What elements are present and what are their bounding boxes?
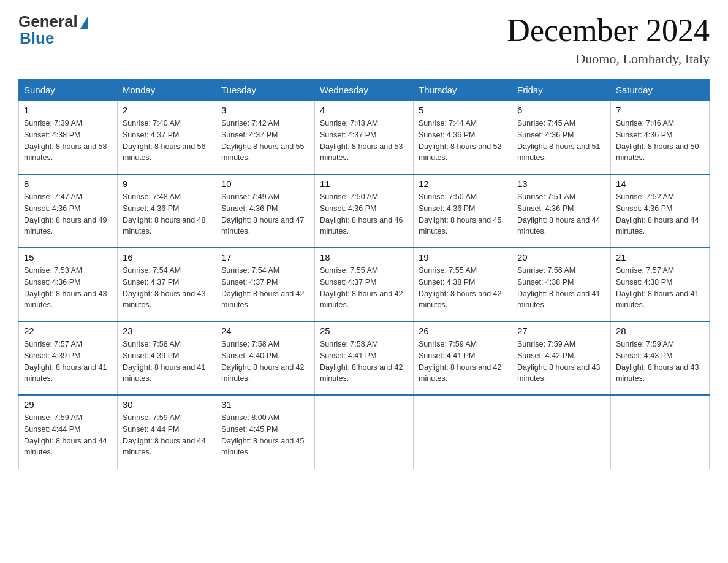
day-info: Sunrise: 7:56 AM Sunset: 4:38 PM Dayligh… — [517, 265, 605, 311]
calendar-cell: 24 Sunrise: 7:58 AM Sunset: 4:40 PM Dayl… — [216, 321, 315, 395]
calendar-header-row: SundayMondayTuesdayWednesdayThursdayFrid… — [19, 80, 710, 101]
day-number: 15 — [24, 252, 112, 262]
calendar-cell: 6 Sunrise: 7:45 AM Sunset: 4:36 PM Dayli… — [512, 101, 611, 174]
day-number: 10 — [221, 178, 309, 189]
day-number: 2 — [123, 105, 211, 115]
calendar-cell: 20 Sunrise: 7:56 AM Sunset: 4:38 PM Dayl… — [512, 248, 611, 321]
calendar-cell: 15 Sunrise: 7:53 AM Sunset: 4:36 PM Dayl… — [19, 248, 118, 321]
page-header: General Blue December 2024 Duomo, Lombar… — [18, 12, 710, 67]
day-number: 25 — [320, 326, 408, 336]
day-number: 30 — [123, 399, 211, 410]
day-number: 31 — [221, 399, 309, 410]
day-info: Sunrise: 7:44 AM Sunset: 4:36 PM Dayligh… — [419, 118, 507, 164]
logo-blue-text: Blue — [20, 29, 54, 48]
day-number: 19 — [419, 252, 507, 262]
day-number: 22 — [24, 326, 112, 336]
day-info: Sunrise: 7:54 AM Sunset: 4:37 PM Dayligh… — [221, 265, 309, 311]
calendar-cell: 5 Sunrise: 7:44 AM Sunset: 4:36 PM Dayli… — [414, 101, 512, 174]
month-title: December 2024 — [507, 12, 710, 48]
day-info: Sunrise: 7:50 AM Sunset: 4:36 PM Dayligh… — [419, 191, 507, 237]
calendar-cell: 28 Sunrise: 7:59 AM Sunset: 4:43 PM Dayl… — [611, 321, 710, 395]
day-number: 7 — [616, 105, 704, 115]
calendar-cell: 12 Sunrise: 7:50 AM Sunset: 4:36 PM Dayl… — [414, 174, 512, 248]
day-info: Sunrise: 7:39 AM Sunset: 4:38 PM Dayligh… — [24, 118, 112, 164]
day-info: Sunrise: 7:58 AM Sunset: 4:41 PM Dayligh… — [320, 339, 408, 385]
day-info: Sunrise: 7:57 AM Sunset: 4:38 PM Dayligh… — [616, 265, 704, 311]
day-number: 5 — [419, 105, 507, 115]
day-number: 17 — [221, 252, 309, 262]
calendar-cell: 7 Sunrise: 7:46 AM Sunset: 4:36 PM Dayli… — [611, 101, 710, 174]
calendar-week-row: 22 Sunrise: 7:57 AM Sunset: 4:39 PM Dayl… — [19, 321, 710, 395]
day-info: Sunrise: 7:40 AM Sunset: 4:37 PM Dayligh… — [123, 118, 211, 164]
weekday-header-thursday: Thursday — [414, 80, 512, 101]
calendar-cell: 2 Sunrise: 7:40 AM Sunset: 4:37 PM Dayli… — [118, 101, 216, 174]
weekday-header-monday: Monday — [118, 80, 216, 101]
calendar-cell — [611, 395, 710, 469]
day-number: 28 — [616, 326, 704, 336]
day-info: Sunrise: 7:55 AM Sunset: 4:37 PM Dayligh… — [320, 265, 408, 311]
calendar-cell: 8 Sunrise: 7:47 AM Sunset: 4:36 PM Dayli… — [19, 174, 118, 248]
calendar-cell: 23 Sunrise: 7:58 AM Sunset: 4:39 PM Dayl… — [118, 321, 216, 395]
title-area: December 2024 Duomo, Lombardy, Italy — [507, 12, 710, 67]
calendar-cell: 11 Sunrise: 7:50 AM Sunset: 4:36 PM Dayl… — [315, 174, 414, 248]
calendar-cell: 17 Sunrise: 7:54 AM Sunset: 4:37 PM Dayl… — [216, 248, 315, 321]
calendar-cell: 3 Sunrise: 7:42 AM Sunset: 4:37 PM Dayli… — [216, 101, 315, 174]
day-number: 6 — [517, 105, 605, 115]
day-info: Sunrise: 7:53 AM Sunset: 4:36 PM Dayligh… — [24, 265, 112, 311]
day-info: Sunrise: 7:42 AM Sunset: 4:37 PM Dayligh… — [221, 118, 309, 164]
day-info: Sunrise: 7:59 AM Sunset: 4:42 PM Dayligh… — [517, 339, 605, 385]
day-info: Sunrise: 7:58 AM Sunset: 4:40 PM Dayligh… — [221, 339, 309, 385]
calendar-week-row: 1 Sunrise: 7:39 AM Sunset: 4:38 PM Dayli… — [19, 101, 710, 174]
calendar-cell: 19 Sunrise: 7:55 AM Sunset: 4:38 PM Dayl… — [414, 248, 512, 321]
day-info: Sunrise: 7:59 AM Sunset: 4:44 PM Dayligh… — [123, 412, 211, 458]
logo-triangle-icon — [80, 16, 88, 29]
day-number: 21 — [616, 252, 704, 262]
calendar-cell: 4 Sunrise: 7:43 AM Sunset: 4:37 PM Dayli… — [315, 101, 414, 174]
day-info: Sunrise: 7:49 AM Sunset: 4:36 PM Dayligh… — [221, 191, 309, 237]
weekday-header-tuesday: Tuesday — [216, 80, 315, 101]
day-number: 26 — [419, 326, 507, 336]
calendar-cell: 26 Sunrise: 7:59 AM Sunset: 4:41 PM Dayl… — [414, 321, 512, 395]
calendar-cell: 10 Sunrise: 7:49 AM Sunset: 4:36 PM Dayl… — [216, 174, 315, 248]
day-info: Sunrise: 7:51 AM Sunset: 4:36 PM Dayligh… — [517, 191, 605, 237]
calendar-cell: 22 Sunrise: 7:57 AM Sunset: 4:39 PM Dayl… — [19, 321, 118, 395]
day-info: Sunrise: 7:59 AM Sunset: 4:41 PM Dayligh… — [419, 339, 507, 385]
calendar-cell — [315, 395, 414, 469]
day-number: 3 — [221, 105, 309, 115]
weekday-header-friday: Friday — [512, 80, 611, 101]
day-info: Sunrise: 7:45 AM Sunset: 4:36 PM Dayligh… — [517, 118, 605, 164]
calendar-cell: 25 Sunrise: 7:58 AM Sunset: 4:41 PM Dayl… — [315, 321, 414, 395]
calendar-cell: 1 Sunrise: 7:39 AM Sunset: 4:38 PM Dayli… — [19, 101, 118, 174]
day-number: 13 — [517, 178, 605, 189]
calendar-cell: 14 Sunrise: 7:52 AM Sunset: 4:36 PM Dayl… — [611, 174, 710, 248]
calendar-cell: 31 Sunrise: 8:00 AM Sunset: 4:45 PM Dayl… — [216, 395, 315, 469]
day-number: 20 — [517, 252, 605, 262]
calendar-week-row: 8 Sunrise: 7:47 AM Sunset: 4:36 PM Dayli… — [19, 174, 710, 248]
day-number: 4 — [320, 105, 408, 115]
day-number: 16 — [123, 252, 211, 262]
day-info: Sunrise: 7:48 AM Sunset: 4:36 PM Dayligh… — [123, 191, 211, 237]
calendar-week-row: 29 Sunrise: 7:59 AM Sunset: 4:44 PM Dayl… — [19, 395, 710, 469]
weekday-header-saturday: Saturday — [611, 80, 710, 101]
day-number: 24 — [221, 326, 309, 336]
calendar-cell: 27 Sunrise: 7:59 AM Sunset: 4:42 PM Dayl… — [512, 321, 611, 395]
day-number: 18 — [320, 252, 408, 262]
calendar-week-row: 15 Sunrise: 7:53 AM Sunset: 4:36 PM Dayl… — [19, 248, 710, 321]
calendar-table: SundayMondayTuesdayWednesdayThursdayFrid… — [18, 79, 710, 469]
day-info: Sunrise: 7:58 AM Sunset: 4:39 PM Dayligh… — [123, 339, 211, 385]
day-info: Sunrise: 7:43 AM Sunset: 4:37 PM Dayligh… — [320, 118, 408, 164]
day-info: Sunrise: 7:46 AM Sunset: 4:36 PM Dayligh… — [616, 118, 704, 164]
weekday-header-sunday: Sunday — [19, 80, 118, 101]
calendar-cell: 21 Sunrise: 7:57 AM Sunset: 4:38 PM Dayl… — [611, 248, 710, 321]
day-number: 23 — [123, 326, 211, 336]
day-number: 11 — [320, 178, 408, 189]
calendar-cell — [414, 395, 512, 469]
day-info: Sunrise: 8:00 AM Sunset: 4:45 PM Dayligh… — [221, 412, 309, 458]
day-number: 8 — [24, 178, 112, 189]
weekday-header-wednesday: Wednesday — [315, 80, 414, 101]
day-info: Sunrise: 7:47 AM Sunset: 4:36 PM Dayligh… — [24, 191, 112, 237]
calendar-cell: 18 Sunrise: 7:55 AM Sunset: 4:37 PM Dayl… — [315, 248, 414, 321]
day-info: Sunrise: 7:57 AM Sunset: 4:39 PM Dayligh… — [24, 339, 112, 385]
location-title: Duomo, Lombardy, Italy — [507, 51, 710, 67]
day-info: Sunrise: 7:54 AM Sunset: 4:37 PM Dayligh… — [123, 265, 211, 311]
